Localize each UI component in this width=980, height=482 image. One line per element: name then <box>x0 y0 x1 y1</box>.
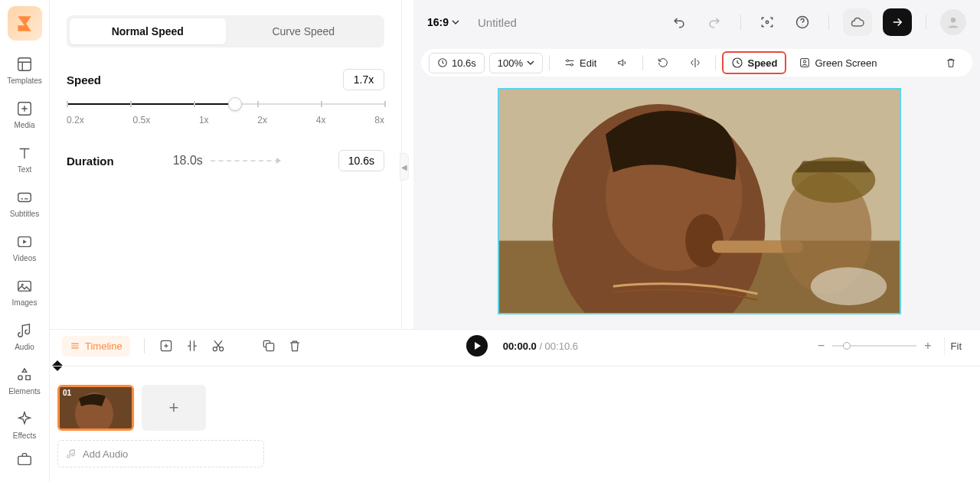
timeline-icon <box>70 340 80 351</box>
duration-from: 18.0s <box>173 154 203 168</box>
svg-point-20 <box>685 214 724 267</box>
zoom-out-button[interactable]: − <box>818 339 825 353</box>
volume-button[interactable] <box>609 53 636 73</box>
green-screen-button[interactable]: Green Screen <box>791 53 884 73</box>
tab-curve-speed[interactable]: Curve Speed <box>226 18 382 44</box>
project-title[interactable]: Untitled <box>478 16 517 29</box>
tick-label: 4x <box>316 115 326 125</box>
add-clip-button[interactable]: + <box>142 385 206 431</box>
undo-button[interactable] <box>667 10 691 34</box>
zoom-in-button[interactable]: + <box>924 339 931 353</box>
svg-rect-6 <box>18 456 31 464</box>
clip-duration[interactable]: 10.6s <box>429 53 485 73</box>
help-button[interactable] <box>790 10 815 34</box>
duration-to: 10.6s <box>338 150 384 171</box>
edit-icon <box>564 57 576 69</box>
nav-subtitles[interactable]: Subtitles <box>10 189 39 218</box>
svg-rect-2 <box>18 194 31 202</box>
tick-label: 0.2x <box>67 115 84 125</box>
split-icon[interactable] <box>185 338 200 353</box>
aspect-ratio-dropdown[interactable]: 16:9 <box>427 16 459 28</box>
timeline-chip[interactable]: Timeline <box>62 336 130 357</box>
edit-button[interactable]: Edit <box>556 53 604 73</box>
export-button[interactable] <box>883 8 912 36</box>
svg-point-9 <box>951 18 956 22</box>
svg-point-7 <box>766 21 768 23</box>
svg-rect-28 <box>266 344 273 351</box>
music-icon <box>66 448 77 459</box>
speed-slider[interactable]: 0.2x 0.5x 1x 2x 4x 8x <box>67 98 384 125</box>
tick-label: 8x <box>374 115 384 125</box>
redo-button[interactable] <box>702 10 727 34</box>
nav-label: Audio <box>15 343 34 351</box>
aspect-value: 16:9 <box>427 16 449 28</box>
preview-area: 16:9 Untitled 10.6s 100% Edit <box>413 0 980 329</box>
app-logo[interactable] <box>8 6 42 41</box>
effects-icon <box>16 411 33 428</box>
nav-more[interactable] <box>16 451 33 467</box>
speed-tabs: Normal Speed Curve Speed <box>67 15 384 47</box>
nav-effects[interactable]: Effects <box>13 411 36 440</box>
add-icon[interactable] <box>158 338 174 353</box>
nav-elements[interactable]: Elements <box>8 366 41 396</box>
videos-icon <box>16 233 33 250</box>
audio-icon <box>16 322 33 339</box>
clip-number: 01 <box>63 389 71 397</box>
briefcase-icon <box>16 451 33 467</box>
clip-toolbar: 10.6s 100% Edit Speed Green Screen <box>421 49 972 77</box>
nav-templates[interactable]: Templates <box>7 56 42 85</box>
nav-label: Media <box>14 121 34 129</box>
add-audio-track[interactable]: Add Audio <box>57 440 264 467</box>
clock-icon <box>437 57 448 68</box>
elements-icon <box>16 366 33 383</box>
capture-button[interactable] <box>755 10 779 34</box>
text-icon <box>16 145 33 161</box>
zoom-dropdown[interactable]: 100% <box>489 53 543 73</box>
timeline-ruler[interactable] <box>50 366 980 366</box>
speed-value[interactable]: 1.7x <box>343 69 384 90</box>
user-avatar[interactable] <box>940 9 966 35</box>
zoom-slider[interactable] <box>832 345 916 347</box>
trash-icon <box>945 57 957 69</box>
flip-button[interactable] <box>681 53 709 73</box>
preview-canvas[interactable] <box>498 88 901 314</box>
nav-label: Text <box>18 165 31 174</box>
speed-icon <box>731 57 743 69</box>
copy-icon[interactable] <box>261 338 276 353</box>
green-screen-icon <box>799 57 811 69</box>
cloud-icon <box>850 15 865 30</box>
play-button[interactable] <box>466 335 488 357</box>
collapse-panel-button[interactable]: ◀ <box>400 153 409 181</box>
speed-label: Speed <box>67 73 101 86</box>
delete-button[interactable] <box>937 53 965 73</box>
nav-label: Videos <box>13 254 36 262</box>
avatar-icon <box>945 14 962 31</box>
left-sidebar: Templates Media Text Subtitles Videos Im… <box>0 0 50 482</box>
header-bar: 16:9 Untitled <box>413 0 980 44</box>
duration-label: Duration <box>67 155 114 168</box>
redo-icon <box>707 15 722 30</box>
video-clip[interactable]: 01 <box>57 385 134 431</box>
svg-rect-0 <box>18 58 31 71</box>
speed-button[interactable]: Speed <box>722 51 786 74</box>
volume-icon <box>616 57 629 69</box>
tab-normal-speed[interactable]: Normal Speed <box>70 18 226 44</box>
nav-media[interactable]: Media <box>14 100 34 129</box>
capture-icon <box>760 15 775 30</box>
subtitles-icon <box>16 189 33 206</box>
fit-button[interactable]: Fit <box>944 337 968 355</box>
trash-icon[interactable] <box>287 338 302 353</box>
rotate-button[interactable] <box>649 53 677 73</box>
cloud-save-button[interactable] <box>843 8 872 36</box>
nav-videos[interactable]: Videos <box>13 233 36 262</box>
nav-label: Subtitles <box>10 210 39 218</box>
cut-icon[interactable] <box>211 338 226 353</box>
nav-text[interactable]: Text <box>16 145 33 174</box>
undo-icon <box>671 15 687 30</box>
logo-icon <box>15 14 34 34</box>
media-icon <box>16 100 33 117</box>
nav-images[interactable]: Images <box>12 278 38 307</box>
video-frame <box>499 90 900 313</box>
nav-audio[interactable]: Audio <box>15 322 34 351</box>
slider-thumb[interactable] <box>228 97 242 111</box>
